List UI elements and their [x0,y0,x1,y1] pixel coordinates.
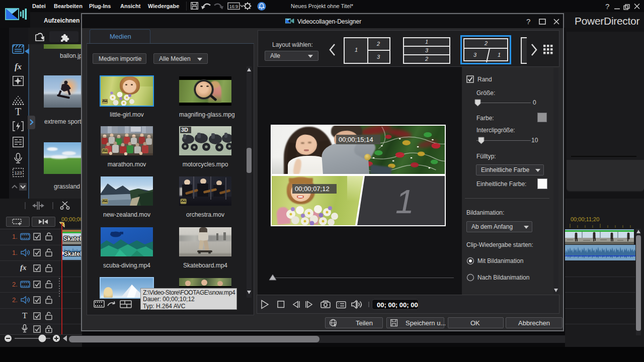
svg-text:16:9: 16:9 [229,4,238,9]
svg-text:T: T [15,106,21,117]
svg-text:123: 123 [14,170,22,175]
svg-text:1: 1 [395,183,414,220]
svg-text:fx: fx [15,62,22,71]
